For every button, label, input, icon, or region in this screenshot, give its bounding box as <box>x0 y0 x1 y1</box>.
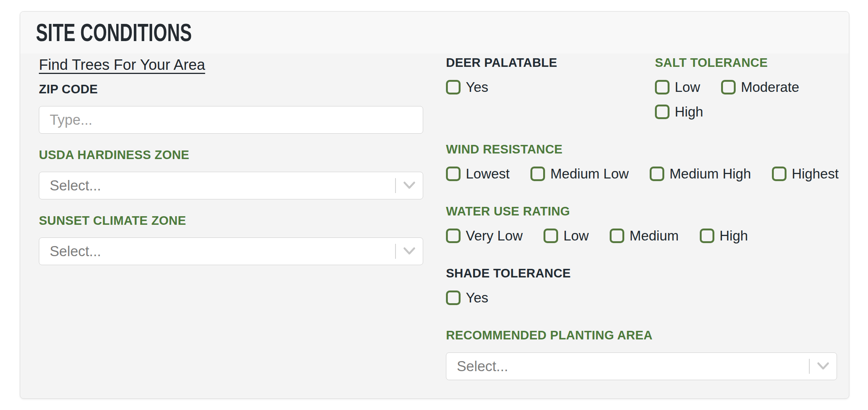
deer-salt-row: DEER PALATABLE Yes SALT TOLERANCE Low Mo… <box>446 56 837 119</box>
checkbox-option-medium-high[interactable]: Medium High <box>650 167 751 181</box>
checkbox-option-low[interactable]: Low <box>544 229 589 243</box>
checkbox-label: Yes <box>466 291 488 305</box>
site-conditions-panel: SITE CONDITIONS Find Trees For Your Area… <box>20 11 849 399</box>
salt-tolerance-label: SALT TOLERANCE <box>655 56 837 69</box>
checkbox[interactable] <box>544 229 558 243</box>
chevron-down-icon[interactable] <box>396 246 423 256</box>
water-use-rating-label: WATER USE RATING <box>446 205 837 217</box>
checkbox[interactable] <box>650 167 664 181</box>
salt-tolerance-options: Low Moderate High <box>655 80 837 119</box>
usda-zone-select[interactable]: Select... <box>39 172 423 199</box>
checkbox[interactable] <box>655 105 670 119</box>
checkbox[interactable] <box>772 167 787 181</box>
checkbox-label: Very Low <box>466 229 523 243</box>
checkbox[interactable] <box>610 229 624 243</box>
checkbox-label: Medium <box>630 229 679 243</box>
checkbox-option-low[interactable]: Low <box>655 80 700 94</box>
water-use-rating-options: Very Low Low Medium High <box>446 229 837 243</box>
usda-zone-label: USDA HARDINESS ZONE <box>39 149 423 161</box>
shade-tolerance-label: SHADE TOLERANCE <box>446 267 837 279</box>
checkbox-option-yes[interactable]: Yes <box>446 80 488 94</box>
checkbox-label: Medium Low <box>550 167 629 181</box>
zip-code-field: ZIP CODE <box>39 83 423 134</box>
select-placeholder: Select... <box>457 358 809 375</box>
select-placeholder: Select... <box>50 178 395 194</box>
checkbox[interactable] <box>721 80 736 94</box>
wind-resistance-options: Lowest Medium Low Medium High Highest <box>446 167 837 181</box>
sunset-zone-select[interactable]: Select... <box>39 237 423 265</box>
checkbox-label: Low <box>563 229 589 243</box>
select-indicators <box>395 172 423 199</box>
zip-code-input[interactable] <box>39 106 423 134</box>
deer-palatable-label: DEER PALATABLE <box>446 56 655 69</box>
panel-title: SITE CONDITIONS <box>36 18 192 47</box>
checkbox-option-lowest[interactable]: Lowest <box>446 167 510 181</box>
location-column: Find Trees For Your Area ZIP CODE USDA H… <box>39 56 423 380</box>
sunset-zone-field: SUNSET CLIMATE ZONE Select... <box>39 214 423 265</box>
usda-zone-field: USDA HARDINESS ZONE Select... <box>39 149 423 199</box>
zip-code-label: ZIP CODE <box>39 83 423 95</box>
wind-resistance-group: WIND RESISTANCE Lowest Medium Low Medium… <box>446 143 837 181</box>
checkbox-option-medium[interactable]: Medium <box>610 229 679 243</box>
water-use-rating-group: WATER USE RATING Very Low Low Medium Hig… <box>446 205 837 243</box>
checkbox[interactable] <box>655 80 670 94</box>
checkbox-label: Yes <box>466 80 488 94</box>
find-trees-heading: Find Trees For Your Area <box>39 56 423 73</box>
checkbox[interactable] <box>446 80 461 94</box>
select-indicators <box>809 353 837 380</box>
recommended-planting-area-label: RECOMMENDED PLANTING AREA <box>446 329 837 341</box>
deer-palatable-options: Yes <box>446 80 655 94</box>
chevron-down-icon[interactable] <box>810 361 837 371</box>
checkbox-option-high[interactable]: High <box>655 105 703 119</box>
shade-tolerance-group: SHADE TOLERANCE Yes <box>446 267 837 305</box>
checkbox-option-yes[interactable]: Yes <box>446 291 488 305</box>
checkbox-label: Moderate <box>741 80 799 94</box>
select-placeholder: Select... <box>50 243 395 260</box>
checkbox-label: Medium High <box>670 167 751 181</box>
checkbox-option-high[interactable]: High <box>700 229 748 243</box>
checkbox[interactable] <box>700 229 714 243</box>
checkbox[interactable] <box>530 167 545 181</box>
checkbox-label: Highest <box>792 167 838 181</box>
shade-tolerance-options: Yes <box>446 291 837 305</box>
checkbox[interactable] <box>446 167 461 181</box>
attributes-column: DEER PALATABLE Yes SALT TOLERANCE Low Mo… <box>446 56 837 380</box>
checkbox-label: Lowest <box>466 167 510 181</box>
salt-tolerance-group: SALT TOLERANCE Low Moderate High <box>655 56 837 119</box>
checkbox[interactable] <box>446 291 461 305</box>
wind-resistance-label: WIND RESISTANCE <box>446 143 837 155</box>
chevron-down-icon[interactable] <box>396 181 423 190</box>
deer-palatable-group: DEER PALATABLE Yes <box>446 56 655 119</box>
checkbox-option-very-low[interactable]: Very Low <box>446 229 523 243</box>
checkbox-label: High <box>675 105 703 119</box>
checkbox-option-highest[interactable]: Highest <box>772 167 838 181</box>
checkbox-label: Low <box>675 80 700 94</box>
select-indicators <box>395 238 423 265</box>
recommended-planting-area-group: RECOMMENDED PLANTING AREA Select... <box>446 329 837 380</box>
checkbox[interactable] <box>446 229 461 243</box>
panel-header: SITE CONDITIONS <box>20 12 849 53</box>
checkbox-option-medium-low[interactable]: Medium Low <box>530 167 629 181</box>
checkbox-label: High <box>720 229 748 243</box>
sunset-zone-label: SUNSET CLIMATE ZONE <box>39 214 423 227</box>
recommended-planting-area-select[interactable]: Select... <box>446 352 837 380</box>
checkbox-option-moderate[interactable]: Moderate <box>721 80 799 94</box>
panel-body: Find Trees For Your Area ZIP CODE USDA H… <box>20 53 849 380</box>
